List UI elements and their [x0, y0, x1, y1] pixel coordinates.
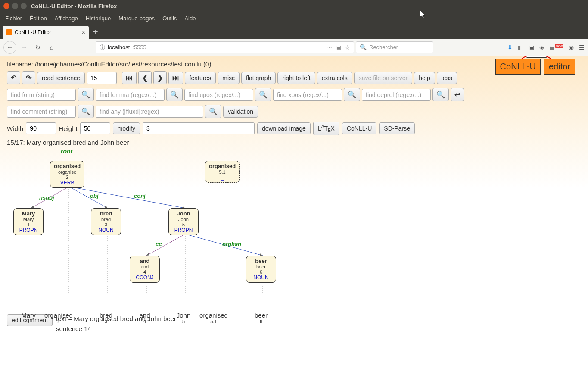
library-icon[interactable]: ▥: [518, 44, 523, 51]
tab-title: CoNLL-U Editor: [15, 29, 51, 35]
browser-tabbar: CoNLL-U Editor × +: [0, 24, 588, 39]
find-deprel-input[interactable]: [362, 89, 431, 101]
conllu-button[interactable]: CoNLL-U: [342, 122, 376, 134]
toolbar-row-2: 🔍 🔍 🔍 🔍 🔍 ↩: [7, 88, 581, 101]
latex-button[interactable]: LATEX: [313, 122, 339, 135]
sidebar-icon[interactable]: ▣: [529, 44, 534, 51]
token-6: beer6: [244, 312, 278, 324]
nav-reload-button[interactable]: ↻: [32, 41, 44, 53]
find-xpos-button[interactable]: 🔍: [344, 88, 360, 101]
read-sentence-button[interactable]: read sentence: [37, 72, 85, 84]
find-comment-input[interactable]: [7, 106, 76, 118]
find-any-input[interactable]: [96, 106, 203, 118]
token-2: organised2: [41, 312, 76, 324]
right-to-left-button[interactable]: right to left: [277, 72, 315, 84]
nav-home-button[interactable]: ⌂: [46, 41, 58, 53]
height-input[interactable]: [80, 122, 110, 134]
logo-left-label: CoNLL-U: [495, 59, 541, 75]
flat-graph-button[interactable]: flat graph: [241, 72, 276, 84]
misc-button[interactable]: misc: [218, 72, 240, 84]
svg-line-2: [69, 187, 185, 208]
menu-affichage[interactable]: Affichage: [55, 15, 78, 22]
tab-close-icon[interactable]: ×: [82, 29, 85, 36]
tree-node-5[interactable]: JohnJohn5PROPN: [168, 208, 199, 235]
menu-fichier[interactable]: Fichier: [5, 15, 22, 22]
extra-cols-button[interactable]: extra cols: [317, 72, 352, 84]
find-deprel-button[interactable]: 🔍: [432, 88, 449, 101]
sdparse-button[interactable]: SD-Parse: [379, 122, 415, 134]
find-lemma-button[interactable]: 🔍: [166, 88, 183, 101]
window-minimize-button[interactable]: [12, 3, 18, 9]
next-button[interactable]: ❯: [153, 71, 167, 84]
shortcut-input[interactable]: [143, 122, 255, 134]
validation-button[interactable]: validation: [223, 106, 258, 118]
tab-favicon: [6, 29, 12, 35]
first-button[interactable]: ⏮: [122, 72, 137, 84]
footer-text-line2: sentence 14: [56, 324, 176, 334]
account-icon[interactable]: ◉: [569, 44, 574, 51]
less-button[interactable]: less: [437, 72, 457, 84]
find-any-button[interactable]: 🔍: [205, 105, 221, 118]
nav-forward-button[interactable]: →: [18, 41, 30, 53]
browser-tab[interactable]: CoNLL-U Editor ×: [3, 26, 89, 39]
token-1: Mary1: [11, 312, 46, 324]
redo-button[interactable]: ↷: [22, 71, 35, 84]
download-image-button[interactable]: download image: [257, 122, 311, 134]
tree-node-3[interactable]: bredbred3NOUN: [91, 208, 121, 235]
url-info-icon: ⓘ: [100, 44, 105, 51]
url-port: :5555: [132, 44, 146, 50]
pocket-icon[interactable]: ▤New: [549, 44, 563, 51]
downloads-icon[interactable]: ⬇: [507, 44, 513, 51]
menu-marquepages[interactable]: Marque-pages: [118, 15, 155, 22]
browser-search-bar[interactable]: 🔍 Rechercher: [356, 41, 433, 53]
find-xpos-input[interactable]: [273, 89, 342, 101]
window-close-button[interactable]: [3, 3, 9, 9]
prev-button[interactable]: ❮: [138, 71, 152, 84]
window-maximize-button[interactable]: [21, 3, 27, 9]
tree-node-6[interactable]: beerbeer6NOUN: [246, 256, 276, 283]
browser-menubar: Fichier Édition Affichage Historique Mar…: [0, 12, 588, 24]
find-upos-button[interactable]: 🔍: [255, 88, 271, 101]
tree-node-2[interactable]: organisedorganise2VERB: [50, 161, 84, 188]
features-button[interactable]: features: [185, 72, 216, 84]
undo-button[interactable]: ↶: [7, 71, 20, 84]
url-more-icon[interactable]: ⋯: [326, 44, 332, 51]
url-bar[interactable]: ⓘ localhost:5555 ⋯ ▣ ☆: [96, 41, 354, 53]
find-form-input[interactable]: [7, 89, 76, 101]
hamburger-icon[interactable]: ☰: [579, 44, 585, 51]
url-host: localhost: [108, 44, 130, 50]
dependency-tree: root organisedorganise2VERBorganised5.1_…: [7, 148, 581, 312]
width-input[interactable]: [26, 122, 56, 134]
token-4: and4: [128, 312, 162, 324]
shield-icon[interactable]: ◈: [539, 44, 544, 51]
menu-historique[interactable]: Historique: [86, 15, 111, 22]
search-placeholder: Rechercher: [369, 44, 398, 50]
tree-node-5.1[interactable]: organised5.1_: [205, 161, 240, 183]
save-file-button[interactable]: save file on server: [354, 72, 413, 84]
nav-back-button[interactable]: ←: [3, 41, 16, 54]
find-comment-button[interactable]: 🔍: [78, 105, 94, 118]
menu-outils[interactable]: Outils: [162, 15, 177, 22]
edge-label-conj: conj: [134, 193, 146, 199]
tree-node-4[interactable]: andand4CCONJ: [130, 256, 160, 283]
reset-search-button[interactable]: ↩: [451, 88, 464, 101]
tree-node-1[interactable]: MaryMary1PROPN: [13, 208, 44, 235]
menu-edition[interactable]: Édition: [30, 15, 47, 22]
height-label: Height: [59, 125, 77, 132]
browser-navbar: ← → ↻ ⌂ ⓘ localhost:5555 ⋯ ▣ ☆ 🔍 Recherc…: [0, 39, 588, 56]
url-reader-icon[interactable]: ▣: [336, 44, 341, 51]
find-form-button[interactable]: 🔍: [78, 88, 94, 101]
last-button[interactable]: ⏭: [168, 72, 183, 84]
url-bookmark-icon[interactable]: ☆: [345, 44, 350, 51]
help-button[interactable]: help: [414, 72, 435, 84]
tab-new-button[interactable]: +: [93, 27, 98, 37]
edge-label-cc: cc: [156, 241, 162, 247]
modify-button[interactable]: modify: [113, 122, 140, 134]
find-upos-input[interactable]: [184, 89, 253, 101]
logo-right-label: editor: [544, 59, 575, 75]
svg-line-1: [69, 187, 108, 208]
page-content: nmod CoNLL-U editor filename: /home/joha…: [0, 56, 588, 387]
menu-aide[interactable]: Aide: [184, 15, 196, 22]
sentence-number-input[interactable]: [87, 72, 117, 84]
find-lemma-input[interactable]: [96, 89, 165, 101]
